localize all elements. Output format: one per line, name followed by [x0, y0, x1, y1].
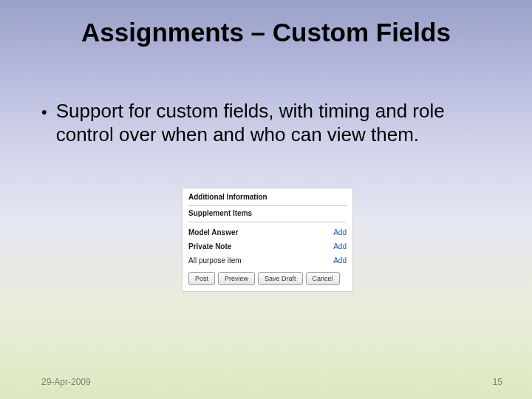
bullet-item: • Support for custom fields, with timing…: [41, 99, 488, 146]
preview-button[interactable]: Preview: [218, 272, 255, 285]
supplement-row-model-answer: Model Answer Add: [183, 225, 352, 239]
row-label: All purpose item: [188, 256, 242, 265]
panel-header: Additional Information: [183, 188, 352, 202]
add-link[interactable]: Add: [333, 228, 347, 236]
cancel-button[interactable]: Cancel: [306, 272, 340, 285]
slide: Assignments – Custom Fields • Support fo…: [0, 0, 532, 399]
panel-button-row: Post Preview Save Draft Cancel: [183, 267, 352, 291]
panel-subheader: Supplement Items: [183, 209, 352, 219]
footer-page-number: 15: [493, 377, 502, 387]
footer-date: 29-Apr-2009: [41, 377, 91, 387]
add-link[interactable]: Add: [333, 242, 347, 250]
divider: [188, 222, 347, 222]
row-label: Model Answer: [188, 228, 238, 236]
add-link[interactable]: Add: [333, 256, 347, 265]
bullet-dot-icon: •: [41, 100, 47, 124]
row-label: Private Note: [188, 242, 231, 250]
additional-info-panel: Additional Information Supplement Items …: [182, 188, 353, 292]
supplement-row-private-note: Private Note Add: [183, 239, 352, 253]
divider: [188, 205, 347, 206]
save-draft-button[interactable]: Save Draft: [258, 272, 303, 285]
slide-title: Assignments – Custom Fields: [0, 18, 532, 47]
post-button[interactable]: Post: [188, 272, 215, 285]
bullet-text: Support for custom fields, with timing a…: [56, 99, 488, 146]
supplement-row-all-purpose: All purpose item Add: [183, 253, 352, 267]
